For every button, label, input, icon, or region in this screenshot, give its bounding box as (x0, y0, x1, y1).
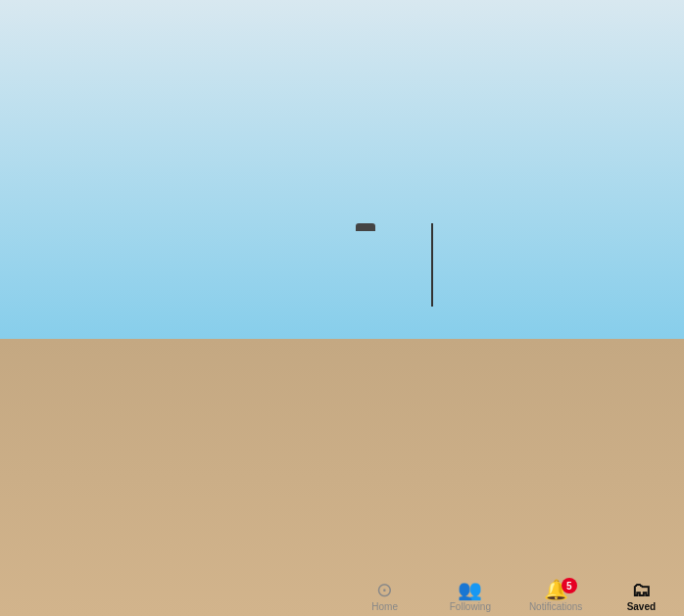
nav-following-label-right: Following (450, 601, 491, 612)
saved-icon-right: 🗂 (631, 580, 651, 599)
nav-notif-label-right: Notifications (529, 601, 582, 612)
nav-saved-right[interactable]: 🗂 Saved (599, 580, 684, 612)
nav-saved-label-right: Saved (627, 601, 656, 612)
nav-home-label-right: Home (371, 601, 398, 612)
notif-badge-right: 5 (562, 578, 577, 593)
home-icon-right: ⊙ (376, 580, 393, 599)
following-icon-right: 👥 (458, 580, 482, 599)
right-panel: ▲ Idea 📶 7:17 PM 56% ＋ (342, 0, 684, 616)
nav-home-right[interactable]: ⊙ Home (342, 580, 427, 612)
bottom-nav-right: ⊙ Home 👥 Following 🔔 5 Notifications 🗂 S… (342, 573, 684, 616)
nav-following-right[interactable]: 👥 Following (427, 580, 513, 612)
pins-grid: · · · (342, 210, 684, 573)
pin-image-4 (517, 412, 671, 520)
pin-card-4[interactable] (517, 412, 671, 567)
nav-notifications-right[interactable]: 🔔 5 Notifications (513, 580, 599, 612)
